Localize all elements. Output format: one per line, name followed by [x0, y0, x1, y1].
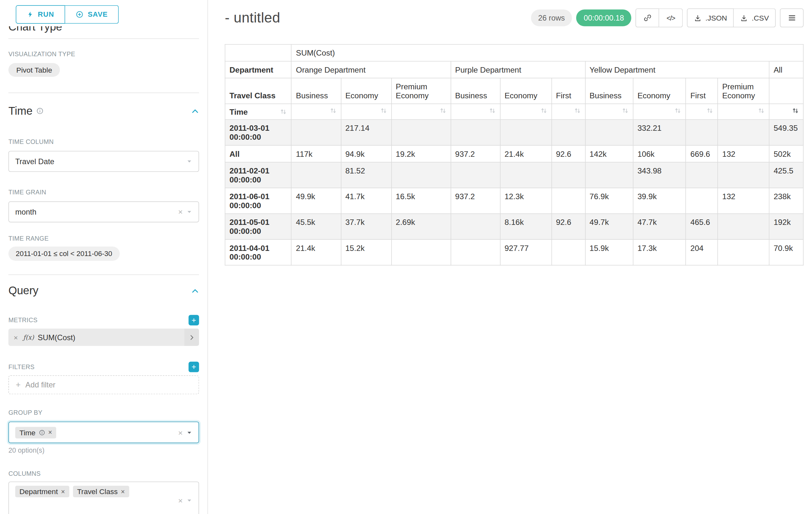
pivot-cell: 16.5k — [391, 188, 451, 214]
pivot-cell: 332.21 — [633, 119, 686, 145]
caret-down-icon[interactable] — [186, 209, 192, 215]
sort-icon[interactable] — [792, 107, 799, 114]
pivot-row-header: 2011-05-01 00:00:00 — [225, 214, 291, 239]
pivot-cell: 94.9k — [341, 145, 391, 162]
sort-icon[interactable] — [380, 107, 387, 114]
caret-down-icon[interactable] — [186, 430, 192, 435]
pivot-cell: 117k — [291, 145, 341, 162]
time-range-pill[interactable]: 2011-01-01 ≤ col < 2011-06-30 — [8, 246, 119, 261]
pivot-cell — [391, 162, 451, 188]
group-by-select[interactable]: Time × × — [8, 422, 199, 443]
pivot-cell — [451, 214, 500, 239]
pivot-sort-cell[interactable] — [341, 104, 391, 119]
pivot-sort-cell[interactable] — [585, 104, 633, 119]
pivot-col-group-header: Yellow Department — [585, 61, 769, 78]
sort-icon[interactable] — [439, 107, 446, 114]
columns-select[interactable]: Department × Travel Class × × — [8, 482, 199, 514]
remove-tag-icon[interactable]: × — [121, 488, 124, 496]
add-filter-button[interactable]: + Add filter — [8, 375, 199, 394]
add-filter-plus-button[interactable]: + — [188, 362, 199, 372]
pivot-sort-cell[interactable] — [391, 104, 451, 119]
columns-tag[interactable]: Department × — [15, 486, 69, 497]
save-button[interactable]: SAVE — [65, 5, 119, 23]
pivot-sort-cell[interactable] — [551, 104, 585, 119]
copy-link-button[interactable] — [636, 8, 659, 27]
pivot-cell: 41.7k — [341, 188, 391, 214]
pivot-cell — [291, 162, 341, 188]
pivot-cell: 45.5k — [291, 214, 341, 239]
remove-tag-icon[interactable]: × — [48, 429, 52, 437]
caret-down-icon[interactable] — [186, 497, 192, 503]
sort-icon[interactable] — [758, 107, 764, 114]
pivot-sort-cell[interactable] — [769, 104, 803, 119]
info-icon — [36, 107, 44, 115]
export-csv-button[interactable]: .CSV — [734, 8, 776, 27]
chevron-up-icon[interactable] — [191, 107, 199, 115]
pivot-cell: 70.9k — [769, 239, 803, 265]
pivot-sort-cell[interactable] — [718, 104, 769, 119]
clear-icon[interactable]: × — [178, 428, 183, 437]
pivot-cell: 192k — [769, 214, 803, 239]
columns-tag[interactable]: Travel Class × — [73, 486, 129, 497]
pivot-cell — [291, 119, 341, 145]
pivot-sort-cell[interactable] — [686, 104, 718, 119]
add-metric-button[interactable]: + — [188, 315, 199, 325]
pivot-cell: 39.9k — [633, 188, 686, 214]
pivot-cell: 76.9k — [585, 188, 633, 214]
pivot-sort-cell[interactable] — [633, 104, 686, 119]
divider — [8, 274, 199, 275]
caret-down-icon[interactable] — [186, 158, 192, 164]
pivot-cell: 937.2 — [451, 145, 500, 162]
pivot-cell — [551, 162, 585, 188]
pivot-row-header: 2011-02-01 00:00:00 — [225, 162, 291, 188]
sort-icon[interactable] — [489, 107, 496, 114]
pivot-col-header: Premium Economy — [718, 78, 769, 104]
sort-icon[interactable] — [329, 107, 336, 114]
embed-code-button[interactable]: </> — [659, 8, 683, 27]
pivot-row-dimension[interactable]: Time — [225, 104, 291, 119]
run-button[interactable]: RUN — [16, 5, 65, 23]
sort-icon[interactable] — [540, 107, 547, 114]
save-label: SAVE — [88, 10, 108, 19]
time-column-select[interactable]: Travel Date — [8, 151, 199, 172]
share-button-group: </> — [636, 8, 683, 27]
pivot-cell — [686, 188, 718, 214]
columns-label: COLUMNS — [8, 470, 199, 477]
pivot-cell: 937.2 — [451, 188, 500, 214]
row-count-badge: 26 rows — [531, 9, 572, 26]
group-by-tag[interactable]: Time × — [15, 427, 56, 438]
col-header-row: Travel ClassBusinessEconomyPremium Econo… — [225, 78, 803, 104]
pivot-cell: 132 — [718, 188, 769, 214]
sort-icon[interactable] — [574, 107, 581, 114]
clear-icon[interactable]: × — [178, 208, 183, 217]
remove-tag-icon[interactable]: × — [61, 488, 65, 496]
pivot-sort-cell[interactable] — [291, 104, 341, 119]
pivot-col-group-header: All — [769, 61, 803, 78]
pivot-col-header: Economy — [500, 78, 551, 104]
sort-icon[interactable] — [280, 108, 287, 115]
metric-item[interactable]: × ƒ(x) SUM(Cost) — [8, 329, 199, 346]
remove-metric-icon[interactable]: × — [8, 333, 23, 342]
pivot-cell — [500, 119, 551, 145]
clear-icon[interactable]: × — [178, 496, 183, 505]
columns-tag-label: Travel Class — [77, 487, 117, 496]
export-csv-label: .CSV — [752, 14, 769, 22]
menu-button[interactable] — [780, 8, 804, 27]
export-json-button[interactable]: .JSON — [687, 8, 734, 27]
chevron-up-icon[interactable] — [191, 287, 199, 295]
viz-type-pill[interactable]: Pivot Table — [8, 63, 60, 77]
sort-icon[interactable] — [622, 107, 629, 114]
pivot-data-row: 2011-04-01 00:00:0021.4k15.2k927.7715.9k… — [225, 239, 803, 265]
chevron-right-icon[interactable] — [184, 329, 199, 346]
pivot-sort-cell[interactable] — [451, 104, 500, 119]
sort-icon[interactable] — [675, 107, 682, 114]
sort-icon[interactable] — [706, 107, 713, 114]
time-grain-select[interactable]: month × — [8, 201, 199, 222]
group-by-label: GROUP BY — [8, 409, 199, 416]
chart-title[interactable]: - untitled — [225, 10, 280, 26]
download-icon — [740, 14, 748, 22]
pivot-sort-cell[interactable] — [500, 104, 551, 119]
pivot-cell — [551, 119, 585, 145]
pivot-cell: 15.9k — [585, 239, 633, 265]
time-section-title: Time — [8, 105, 32, 117]
